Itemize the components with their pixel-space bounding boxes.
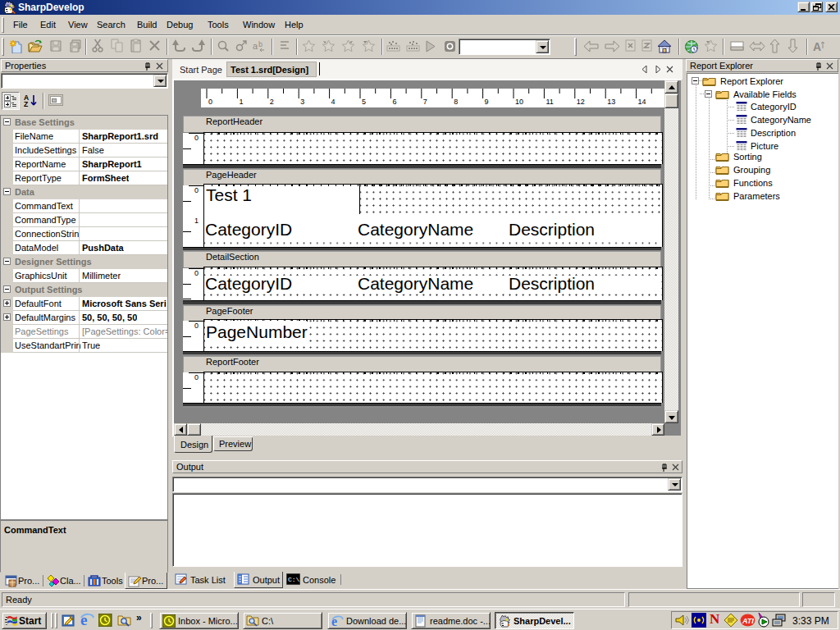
svg-text:5: 5 — [362, 98, 366, 106]
svg-text:6: 6 — [392, 98, 396, 106]
svg-text:1: 1 — [239, 98, 243, 106]
svg-text:4: 4 — [331, 98, 336, 106]
svg-text:ATI: ATI — [742, 617, 754, 625]
svg-text:7: 7 — [423, 98, 427, 106]
svg-text:9: 9 — [485, 98, 489, 106]
svg-text:2: 2 — [270, 98, 274, 106]
svg-text:11: 11 — [546, 98, 553, 106]
svg-text:a: a — [253, 41, 258, 51]
svg-text:12: 12 — [577, 98, 585, 106]
svg-text:b: b — [258, 40, 262, 48]
svg-text:14: 14 — [638, 98, 646, 106]
svg-text:10: 10 — [515, 98, 523, 106]
svg-text:3: 3 — [300, 98, 304, 106]
svg-text:0: 0 — [208, 98, 212, 106]
svg-text:13: 13 — [607, 98, 615, 106]
svg-text:C:\: C:\ — [288, 576, 300, 583]
svg-text:A: A — [813, 40, 821, 53]
svg-text:Z: Z — [24, 100, 28, 108]
svg-text:8: 8 — [454, 98, 458, 106]
